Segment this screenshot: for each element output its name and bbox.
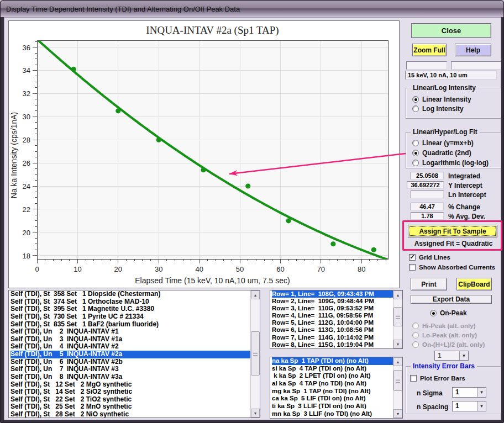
- list-item[interactable]: Self (TDI), St 22 Set 2 TiO2 synthetic: [11, 396, 250, 404]
- list-item[interactable]: mn ka Sp 3 LLIF (no TDI) (no Alt): [272, 410, 393, 418]
- show-absorbed-currents-checkbox[interactable]: Show Absorbed Currents: [409, 264, 495, 271]
- list-item[interactable]: Self (TDI), St 25 Set 2 MnO synthetic: [11, 403, 250, 411]
- grid-lines-checkbox[interactable]: Grid Lines: [409, 254, 450, 261]
- clipboard-button[interactable]: ClipBoard: [456, 278, 492, 290]
- list-item[interactable]: Self (TDI), Un 4 INQUA-INTAV #2: [11, 343, 250, 351]
- list-item[interactable]: Self (TDI), Un 5 INQUA-INTAV #2a: [11, 351, 250, 358]
- help-button[interactable]: Help: [455, 44, 491, 56]
- print-button[interactable]: Print: [411, 278, 447, 290]
- list-item[interactable]: Self (TDI), St 28 Set 2 NiO synthetic: [11, 411, 250, 417]
- svg-text:INQUA-INTAV #2a (Sp1 TAP): INQUA-INTAV #2a (Sp1 TAP): [146, 24, 279, 36]
- title-bar[interactable]: Display Time Dependent Intensity (TDI) a…: [1, 1, 503, 17]
- radio-icon: [412, 341, 419, 348]
- list-item[interactable]: Self (TDI), St 395 Set 1 Magnetite U.C. …: [11, 305, 250, 313]
- list-item[interactable]: Self (TDI), St 730 Set 1 Pyrite UC # 213…: [11, 313, 250, 321]
- radio-log-intensity[interactable]: Log Intensity: [412, 105, 464, 113]
- list-item[interactable]: Self (TDI), Un 7 INQUA-INTAV #3: [11, 366, 250, 373]
- close-button[interactable]: Close: [411, 23, 491, 38]
- list-item[interactable]: na ka Sp 1 TAP (TDI on) (no Alt): [272, 357, 393, 365]
- checkbox-icon: [409, 264, 416, 271]
- list-item[interactable]: Self (TDI), Un 6 INQUA-INTAV #2b: [11, 358, 250, 366]
- scroll-down-icon[interactable]: ▼: [251, 409, 260, 417]
- svg-text:36: 36: [23, 44, 30, 52]
- scroll-up-icon[interactable]: ▲: [393, 290, 402, 299]
- scroll-up-icon[interactable]: ▲: [251, 290, 260, 299]
- list-item[interactable]: ti ka Sp 3 LLIF (TDI on) (no Alt): [272, 403, 393, 410]
- list-item[interactable]: ca ka Sp 5 LIF (TDI on) (no Alt): [272, 395, 393, 403]
- list-item[interactable]: Self (TDI), St 14 Set 2 SiO2 synthetic: [11, 388, 250, 396]
- pct-change-label: % Change: [448, 203, 480, 211]
- scroll-thumb[interactable]: [393, 370, 402, 391]
- svg-text:Na ka Intensity (cps/1nA): Na ka Intensity (cps/1nA): [9, 112, 18, 198]
- svg-text:0: 0: [35, 265, 39, 273]
- list-item[interactable]: Row= 8, Line= 115G, 10:19:04 PM: [272, 341, 393, 348]
- list-item[interactable]: Row= 6, Line= 113G, 10:08:56 PM: [272, 326, 393, 334]
- svg-text:20: 20: [114, 265, 122, 273]
- radio-icon: [412, 140, 419, 146]
- svg-text:34: 34: [23, 66, 30, 75]
- checkbox-label: Plot Error Bars: [420, 375, 465, 382]
- scroll-up-icon[interactable]: ▲: [393, 357, 402, 366]
- list-item[interactable]: Row= 7, Line= 114G, 10:14:02 PM: [272, 334, 393, 341]
- list-item[interactable]: Self (TDI), St 358 Set 1 Diopside (Chest…: [11, 290, 250, 298]
- list-item[interactable]: Self (TDI), Un 2 INQUA-INTAV #1: [11, 328, 250, 336]
- radio-linear-fit[interactable]: Linear (y=mx+b): [412, 139, 474, 147]
- list-item[interactable]: Self (TDI), Un 3 INQUA-INTAV #1a: [11, 336, 250, 343]
- list-item[interactable]: si ka Sp 4 TAP (TDI on) (no Alt): [272, 365, 393, 373]
- list-item[interactable]: Self (TDI), St 835 Set 1 BaF2 (barium fl…: [11, 321, 250, 329]
- scrollbar[interactable]: ▲ ▼: [250, 290, 260, 417]
- list-item[interactable]: Row= 5, Line= 112G, 10:04:00 PM: [272, 319, 393, 326]
- list-item[interactable]: Self (TDI), St 12 Set 2 MgO synthetic: [11, 381, 250, 389]
- scroll-track[interactable]: [251, 300, 260, 408]
- list-item[interactable]: Row= 3, Line= 110G, 09:53:52 PM: [272, 305, 393, 312]
- radio-label: Linear (y=mx+b): [422, 139, 474, 147]
- list-item[interactable]: Self (TDI), St 374 Set 1 Orthoclase MAD-…: [11, 298, 250, 306]
- sample-listbox[interactable]: Self (TDI), St 358 Set 1 Diopside (Chest…: [8, 290, 260, 418]
- svg-text:50: 50: [236, 265, 244, 273]
- assign-fit-button[interactable]: Assign Fit To Sample: [408, 225, 497, 237]
- scroll-thumb[interactable]: [393, 307, 402, 327]
- dropdown-value: 1: [435, 351, 459, 360]
- checkbox-label: Show Absorbed Currents: [419, 264, 495, 271]
- export-data-button[interactable]: Export Data: [411, 295, 492, 304]
- radio-label: Quadratic (2nd): [422, 149, 471, 157]
- window-title: Display Time Dependent Intensity (TDI) a…: [6, 5, 240, 13]
- list-item[interactable]: k ka Sp 2 LPET (TDI on) (no Alt): [272, 372, 393, 380]
- scroll-track[interactable]: [393, 300, 402, 339]
- radio-logarithmic-fit[interactable]: Logarithmic (log-log): [412, 159, 489, 167]
- list-item[interactable]: Row= 1, Line= 108G, 09:43:43 PM: [272, 290, 393, 298]
- y-intercept-value-field: 36.692272: [407, 181, 444, 189]
- scroll-down-icon[interactable]: ▼: [393, 409, 402, 418]
- plot-error-bars-checkbox[interactable]: Plot Error Bars: [410, 375, 465, 382]
- scrollbar[interactable]: ▲ ▼: [393, 357, 402, 418]
- radio-quadratic-fit[interactable]: Quadratic (2nd): [412, 149, 471, 157]
- list-item[interactable]: Self (TDI), Un 8 INQUA-INTAV #3a: [11, 373, 250, 381]
- scrollbar[interactable]: ▲ ▼: [393, 290, 402, 348]
- list-item[interactable]: Row= 2, Line= 109G, 09:48:44 PM: [272, 298, 393, 305]
- radio-lo-peak: Lo-Peak (alt. only): [412, 332, 477, 339]
- chevron-down-icon: ▼: [477, 388, 486, 397]
- radio-linear-intensity[interactable]: Linear Intensity: [412, 96, 471, 103]
- radio-label: On-(H+L)/2 (alt. only): [422, 341, 485, 348]
- list-item[interactable]: Row= 4, Line= 111G, 09:58:56 PM: [272, 312, 393, 319]
- scroll-track[interactable]: [393, 367, 402, 409]
- radio-icon: [412, 332, 419, 339]
- radio-on-peak[interactable]: On-Peak: [430, 309, 467, 317]
- n-sigma-dropdown[interactable]: 1 ▼: [452, 387, 486, 398]
- list-item[interactable]: al ka Sp 4 TAP (no TDI) (no Alt): [272, 380, 393, 388]
- list-item[interactable]: mg ka Sp 1 TAP (no TDI) (no Alt): [272, 388, 393, 395]
- radio-label: On-Peak: [440, 309, 467, 317]
- element-channel-listbox[interactable]: na ka Sp 1 TAP (TDI on) (no Alt)si ka Sp…: [270, 357, 403, 419]
- svg-text:20: 20: [23, 229, 30, 237]
- radio-on-hl2: On-(H+L)/2 (alt. only): [412, 341, 485, 348]
- n-spacing-dropdown[interactable]: 1 ▼: [452, 401, 486, 411]
- svg-text:18: 18: [23, 252, 30, 260]
- zoom-full-button[interactable]: Zoom Full: [412, 44, 447, 56]
- svg-text:40: 40: [195, 265, 203, 273]
- scroll-thumb[interactable]: [251, 331, 260, 376]
- pct-avg-dev-value-field: 1.78: [411, 212, 444, 220]
- acquisition-row-listbox[interactable]: Row= 1, Line= 108G, 09:43:43 PMRow= 2, L…: [270, 290, 403, 349]
- integrated-label: Integrated: [448, 172, 480, 180]
- svg-text:24: 24: [23, 182, 30, 191]
- scroll-down-icon[interactable]: ▼: [393, 340, 402, 348]
